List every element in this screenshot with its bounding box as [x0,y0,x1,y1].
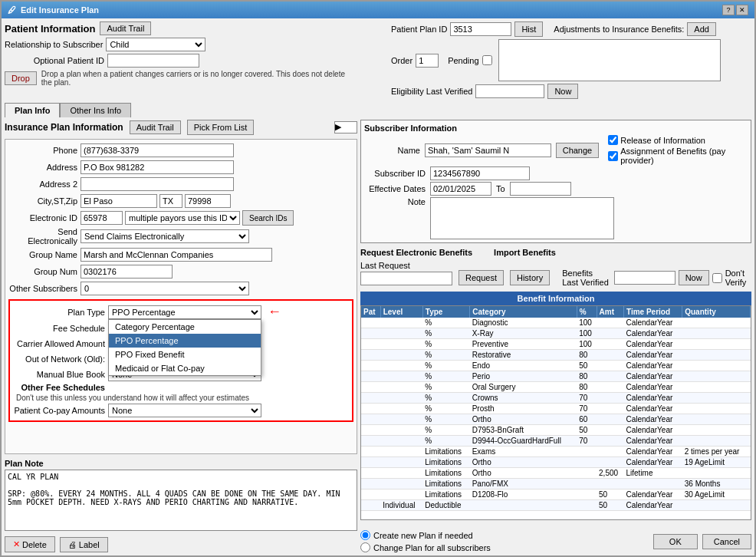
cell-category: Crowns [470,393,577,404]
release-info-row: Release of Information [608,135,748,145]
effective-dates-input[interactable] [430,182,491,196]
cell-level [380,350,422,361]
title-bar-left: 🖊 Edit Insurance Plan [8,5,99,15]
help-button[interactable]: ? [722,5,735,15]
multiple-payors-select[interactable]: multiple payors use this ID [125,211,240,225]
cell-pat [361,371,380,382]
city-input[interactable] [81,194,157,208]
delete-button[interactable]: ✕ Delete [5,536,55,552]
send-electronically-select[interactable]: Send Claims Electronically [81,229,249,243]
zip-input[interactable] [185,194,231,208]
pick-from-list-button[interactable]: Pick From List [187,120,255,135]
cell-amt [597,328,623,339]
benefits-last-verified-input[interactable] [614,271,675,285]
assignment-benefits-row: Assignment of Benefits (pay provider) [608,147,748,165]
request-btns-row: Last Request Request History Benefits La… [360,259,751,287]
change-button[interactable]: Change [556,143,600,158]
pending-checkbox[interactable] [482,55,492,65]
plan-note-textarea[interactable]: CAL YR PLAN SRP: @80%. EVERY 24 MONTHS. … [5,470,357,531]
cell-type: % [422,414,469,425]
cell-quantity [682,328,751,339]
hist-button[interactable]: Hist [514,21,543,37]
electronic-id-row: Electronic ID multiple payors use this I… [8,210,353,226]
patient-plan-id-input[interactable] [450,22,511,36]
cell-pat [361,468,380,479]
benefit-table: Pat Level Type Category % Amt Time Perio… [361,306,751,511]
plan-note-label: Plan Note [5,459,357,468]
table-row: LimitationsPano/FMX36 Months [361,479,751,489]
subscriber-note-textarea[interactable] [430,197,614,239]
ok-button[interactable]: OK [653,534,698,549]
action-row: ✕ Delete 🖨 Label [5,536,357,552]
add-button[interactable]: Add [687,22,716,36]
patient-copay-select[interactable]: None [108,404,261,417]
tab-plan-info[interactable]: Plan Info [5,103,60,117]
create-new-plan-label[interactable]: Create new Plan if needed [360,530,491,540]
scroll-indicator[interactable]: ▶ [334,121,357,133]
dropdown-option-ppo-pct[interactable]: PPO Percentage [109,334,261,348]
create-new-plan-radio[interactable] [360,530,370,540]
release-info-checkbox[interactable] [608,135,618,145]
cell-pct: 50 [577,361,597,371]
dropdown-option-medicaid[interactable]: Medicaid or Flat Co-pay [109,361,261,375]
close-button[interactable]: ✕ [736,5,748,15]
other-subscribers-select[interactable]: 0 [81,282,249,295]
electronic-id-input[interactable] [81,211,123,225]
now-button-benefits[interactable]: Now [679,270,709,285]
plan-type-select[interactable]: PPO Percentage [108,305,261,319]
dropdown-option-ppo-fixed[interactable]: PPO Fixed Benefit [109,348,261,361]
search-ids-button[interactable]: Search IDs [242,210,294,226]
tab-other-ins-info[interactable]: Other Ins Info [60,103,131,117]
fee-section: Plan Type PPO Percentage Category Percen… [8,299,353,422]
now-button-top[interactable]: Now [547,84,578,99]
table-row: IndividualDeductible50CalendarYear [361,500,751,511]
left-panel: Insurance Plan Information Audit Trail P… [5,120,357,552]
drop-button[interactable]: Drop [5,71,37,85]
last-request-group: Last Request [360,261,452,285]
subscriber-name-input[interactable] [425,143,551,157]
change-plan-label[interactable]: Change Plan for all subscribers [360,542,491,552]
group-num-input[interactable] [81,265,173,278]
eligibility-input[interactable] [475,84,544,98]
effective-dates-to-input[interactable] [510,182,571,196]
order-label: Order [391,56,413,65]
request-button[interactable]: Request [459,270,504,285]
cancel-button[interactable]: Cancel [702,534,751,549]
dont-verify-label: Don't Verify [725,269,751,287]
assignment-benefits-checkbox[interactable] [608,151,618,161]
col-time-period: Time Period [623,306,682,318]
phone-input[interactable] [81,143,234,157]
cell-pat [361,425,380,436]
cell-pat [361,328,380,339]
dropdown-option-category-pct[interactable]: Category Percentage [109,320,261,334]
table-row: LimitationsD1208-Flo50CalendarYear30 Age… [361,489,751,500]
audit-trail-button-plan[interactable]: Audit Trail [130,120,181,134]
cell-quantity [682,382,751,393]
last-request-input[interactable] [360,272,452,285]
cell-amt [597,350,623,361]
label-button[interactable]: 🖨 Label [60,537,108,552]
optional-patient-id-input[interactable] [107,54,199,68]
audit-trail-button-top[interactable]: Audit Trail [100,21,151,35]
history-button[interactable]: History [510,270,550,285]
cell-pat [361,489,380,500]
subscriber-id-input[interactable] [430,166,530,180]
cell-category: Perio [470,371,577,382]
cell-pat [361,339,380,350]
address-input[interactable] [81,160,234,174]
benefit-table-wrap[interactable]: Pat Level Type Category % Amt Time Perio… [360,305,751,520]
cell-pat [361,414,380,425]
address2-input[interactable] [81,177,234,191]
group-name-input[interactable] [81,248,272,262]
order-input[interactable] [416,54,439,68]
col-level: Level [380,306,422,318]
cell-pat [361,479,380,489]
dont-verify-checkbox[interactable] [712,273,722,283]
change-plan-radio[interactable] [360,542,370,552]
group-name-label: Group Name [8,250,77,259]
other-fee-row: Other Fee Schedules [13,383,349,392]
title-bar-right: ? ✕ [722,5,748,15]
state-input[interactable] [159,194,182,208]
relationship-select[interactable]: Child [106,38,205,51]
other-fee-info: Don't use this unless you understand how… [16,394,349,402]
